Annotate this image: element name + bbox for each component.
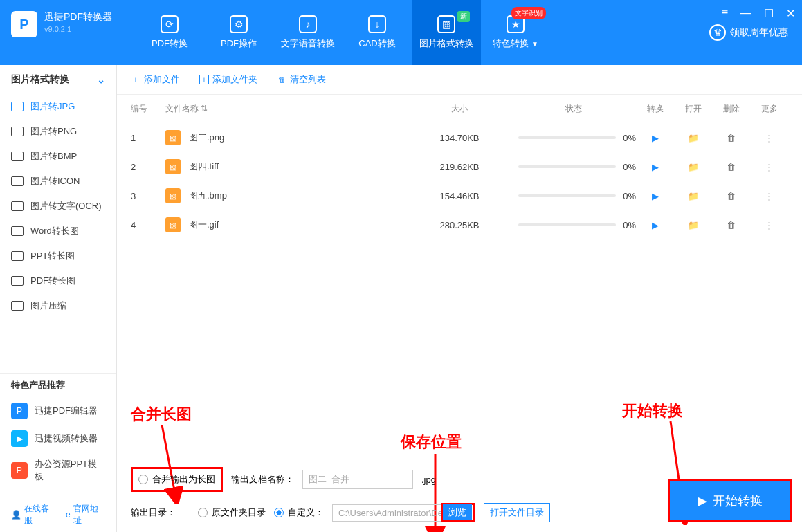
nav-tab-pdf-operate[interactable]: ⚙PDF操作	[204, 0, 273, 65]
file-icon: ▧	[165, 159, 181, 174]
img-icon	[11, 152, 24, 161]
output-dir-label: 输出目录：	[131, 506, 176, 519]
nav-tab-text-voice[interactable]: ♪文字语音转换	[273, 0, 343, 65]
delete-icon[interactable]: 🗑	[727, 220, 736, 230]
add-file-button[interactable]: +添加文件	[131, 73, 180, 86]
convert-button[interactable]: ▶开始转换	[668, 479, 792, 522]
delete-icon[interactable]: 🗑	[727, 162, 736, 172]
folder-icon[interactable]: 📁	[688, 220, 699, 230]
voice-icon: ♪	[299, 15, 317, 33]
ann-save: 保存位置	[401, 432, 462, 452]
sidebar-item-ocr[interactable]: 图片转文字(OCR)	[0, 194, 116, 219]
more-icon[interactable]: ⋮	[765, 220, 774, 230]
more-icon[interactable]: ⋮	[765, 191, 774, 201]
play-icon[interactable]: ▶	[652, 220, 659, 230]
sidebar-item-icon[interactable]: 图片转ICON	[0, 169, 116, 194]
image-icon: ▧	[437, 15, 455, 33]
nav-tab-cad[interactable]: ↓CAD转换	[343, 0, 412, 65]
maximize-icon[interactable]: ☐	[764, 7, 774, 20]
rec-ppt[interactable]: P办公资源PPT模板	[0, 452, 116, 488]
col-name: 文件名称 ⇅	[165, 103, 408, 115]
support-icon: 👤	[11, 510, 21, 520]
img-icon	[11, 276, 24, 286]
output-name-label: 输出文档名称：	[231, 473, 294, 486]
app-logo: P	[11, 11, 37, 37]
play-icon[interactable]: ▶	[652, 133, 659, 143]
col-more: 更多	[750, 103, 788, 115]
main: 图片格式转换⌃ 图片转JPG 图片转PNG 图片转BMP 图片转ICON 图片转…	[0, 65, 802, 532]
play-icon[interactable]: ▶	[652, 191, 659, 201]
sidebar-item-pdf[interactable]: PDF转长图	[0, 268, 116, 293]
img-icon	[11, 127, 24, 136]
folder-icon[interactable]: 📁	[688, 191, 699, 201]
nav-tab-pdf-convert[interactable]: ⟳PDF转换	[135, 0, 204, 65]
app-icon: P	[11, 403, 28, 419]
nav-tab-special[interactable]: ★特色转换▼文字识别	[481, 0, 550, 65]
custom-dir-radio[interactable]: 自定义：	[274, 506, 324, 519]
sidebar-item-bmp[interactable]: 图片转BMP	[0, 144, 116, 169]
table-row: 2 ▧图四.tiff 219.62KB 0% ▶ 📁 🗑 ⋮	[117, 152, 802, 181]
plus-icon: +	[131, 75, 140, 84]
trash-icon: 🗑	[277, 75, 286, 84]
sidebar-item-jpg[interactable]: 图片转JPG	[0, 94, 116, 119]
table-row: 3 ▧图五.bmp 154.46KB 0% ▶ 📁 🗑 ⋮	[117, 181, 802, 210]
img-icon	[11, 226, 24, 236]
output-name-input[interactable]: 图二_合并	[302, 470, 413, 489]
close-icon[interactable]: ✕	[786, 7, 795, 20]
table-row: 4 ▧图一.gif 280.25KB 0% ▶ 📁 🗑 ⋮	[117, 210, 802, 239]
app-icon: ▶	[11, 430, 28, 447]
chevron-up-icon: ⌃	[97, 74, 105, 85]
badge-new: 新	[457, 11, 470, 22]
sidebar-item-png[interactable]: 图片转PNG	[0, 119, 116, 144]
recommend-title: 特色产品推荐	[0, 373, 116, 397]
col-idx: 编号	[131, 103, 165, 115]
more-icon[interactable]: ⋮	[765, 133, 774, 143]
rec-pdf-editor[interactable]: P迅捷PDF编辑器	[0, 397, 116, 425]
menu-icon[interactable]: ≡	[722, 7, 728, 20]
add-folder-button[interactable]: +添加文件夹	[199, 73, 257, 86]
header: P 迅捷PDF转换器 v9.0.2.1 ⟳PDF转换 ⚙PDF操作 ♪文字语音转…	[0, 0, 802, 65]
pdf-op-icon: ⚙	[230, 15, 248, 33]
nav-tabs: ⟳PDF转换 ⚙PDF操作 ♪文字语音转换 ↓CAD转换 ▧图片格式转换新 ★特…	[135, 0, 695, 65]
badge-ocr: 文字识别	[511, 7, 546, 19]
content: +添加文件 +添加文件夹 🗑清空列表 编号 文件名称 ⇅ 大小 状态 转换 打开…	[117, 65, 802, 532]
delete-icon[interactable]: 🗑	[727, 133, 736, 143]
ie-icon: e	[66, 510, 71, 520]
play-icon: ▶	[698, 493, 707, 508]
site-link[interactable]: e官网地址	[66, 503, 105, 526]
sidebar-footer: 👤在线客服 e官网地址	[0, 497, 116, 532]
app-name: 迅捷PDF转换器	[44, 11, 112, 24]
col-status: 状态	[511, 103, 636, 115]
img-icon	[11, 176, 24, 186]
browse-button[interactable]: 浏览	[443, 504, 472, 520]
sidebar-item-compress[interactable]: 图片压缩	[0, 293, 116, 318]
folder-icon[interactable]: 📁	[688, 162, 699, 172]
file-icon: ▧	[165, 130, 181, 145]
nav-tab-image-format[interactable]: ▧图片格式转换新	[412, 0, 481, 65]
open-dir-button[interactable]: 打开文件目录	[484, 503, 550, 522]
app-icon: P	[11, 462, 28, 479]
clear-button[interactable]: 🗑清空列表	[277, 73, 326, 86]
orig-dir-radio[interactable]: 原文件夹目录	[198, 506, 266, 519]
merge-toggle[interactable]: 合并输出为长图	[131, 467, 223, 492]
folder-icon[interactable]: 📁	[688, 133, 699, 143]
img-icon	[11, 251, 24, 261]
minimize-icon[interactable]: —	[740, 7, 751, 20]
sidebar-item-word[interactable]: Word转长图	[0, 219, 116, 244]
plus-icon: +	[199, 75, 209, 84]
rec-video[interactable]: ▶迅捷视频转换器	[0, 425, 116, 452]
window-controls: ≡ — ☐ ✕	[722, 7, 795, 20]
ann-merge: 合并长图	[131, 404, 192, 425]
play-icon[interactable]: ▶	[652, 162, 659, 172]
support-link[interactable]: 👤在线客服	[11, 503, 56, 526]
col-size: 大小	[408, 103, 511, 115]
more-icon[interactable]: ⋮	[765, 162, 774, 172]
sidebar: 图片格式转换⌃ 图片转JPG 图片转PNG 图片转BMP 图片转ICON 图片转…	[0, 65, 117, 532]
col-open: 打开	[674, 103, 712, 115]
app-version: v9.0.2.1	[44, 25, 112, 33]
sidebar-header[interactable]: 图片格式转换⌃	[0, 65, 116, 94]
img-icon	[11, 301, 24, 311]
delete-icon[interactable]: 🗑	[727, 191, 736, 201]
sidebar-item-ppt[interactable]: PPT转长图	[0, 244, 116, 268]
path-input[interactable]: C:\Users\Administrator\Des	[332, 504, 443, 522]
